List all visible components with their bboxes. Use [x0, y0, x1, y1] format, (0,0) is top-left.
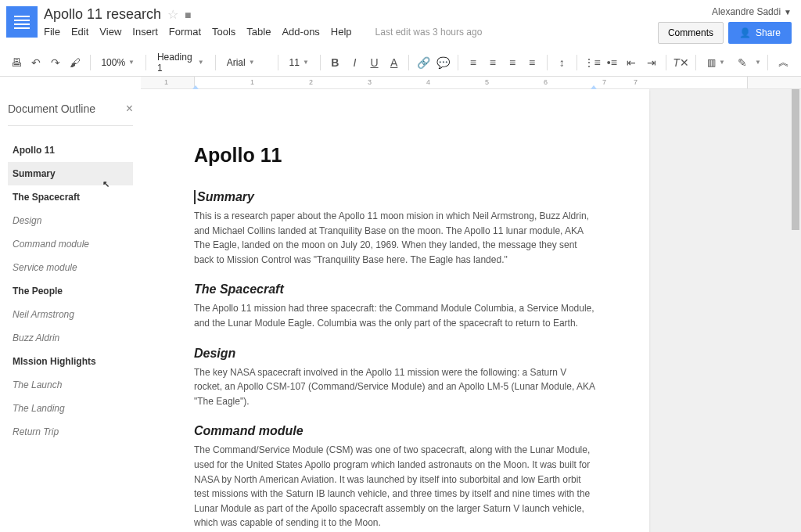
- menu-edit[interactable]: Edit: [71, 26, 88, 38]
- redo-icon[interactable]: ↷: [47, 53, 63, 72]
- user-dropdown-icon[interactable]: ▼: [784, 8, 792, 16]
- section-body[interactable]: The key NASA spacecraft involved in the …: [194, 365, 596, 409]
- bold-icon[interactable]: B: [327, 53, 343, 72]
- ruler[interactable]: 1 1 2 3 4 5 6 7 7: [141, 77, 801, 89]
- outline-title: Document Outline: [8, 102, 95, 115]
- menu-file[interactable]: File: [44, 26, 60, 38]
- outline-item[interactable]: Design: [8, 209, 133, 232]
- paint-format-icon[interactable]: 🖌: [66, 53, 83, 72]
- scrollbar-thumb[interactable]: [792, 89, 799, 230]
- menu-bar: File Edit View Insert Format Tools Table…: [44, 26, 658, 38]
- folder-icon[interactable]: ■: [185, 9, 191, 21]
- section-heading[interactable]: Command module: [194, 424, 596, 438]
- italic-icon[interactable]: I: [347, 53, 363, 72]
- menu-insert[interactable]: Insert: [132, 26, 158, 38]
- align-right-icon[interactable]: ≡: [504, 53, 520, 72]
- outline-item[interactable]: Command module: [8, 232, 133, 256]
- outline-item[interactable]: The Launch: [8, 373, 133, 397]
- menu-addons[interactable]: Add-ons: [282, 26, 319, 38]
- undo-icon[interactable]: ↶: [27, 53, 44, 72]
- docs-logo[interactable]: [6, 6, 38, 38]
- text-color-icon[interactable]: A: [386, 53, 402, 72]
- page[interactable]: Apollo 11 SummaryThis is a research pape…: [141, 89, 649, 532]
- section-body[interactable]: This is a research paper about the Apoll…: [194, 209, 596, 267]
- numbered-list-icon[interactable]: ⋮≡: [584, 53, 601, 72]
- outline-item[interactable]: Return Trip: [8, 420, 133, 444]
- clear-format-icon[interactable]: T✕: [673, 53, 689, 72]
- underline-icon[interactable]: U: [366, 53, 383, 72]
- star-icon[interactable]: ☆: [167, 7, 178, 22]
- print-icon[interactable]: 🖶: [8, 53, 24, 72]
- menu-tools[interactable]: Tools: [212, 26, 235, 38]
- outline-item[interactable]: The Landing: [8, 397, 133, 420]
- outline-item[interactable]: Summary↖: [8, 162, 133, 185]
- page-title[interactable]: Apollo 11: [194, 144, 596, 167]
- share-label: Share: [756, 27, 781, 38]
- fontsize-select[interactable]: 11▼: [285, 56, 314, 70]
- outline-item[interactable]: Neil Armstrong: [8, 303, 133, 326]
- last-edit-text: Last edit was 3 hours ago: [375, 27, 483, 38]
- input-tools-icon[interactable]: ▥▼: [702, 56, 730, 70]
- collapse-toolbar-icon[interactable]: ︽: [774, 53, 793, 72]
- section-heading[interactable]: The Spacecraft: [194, 282, 596, 297]
- zoom-select[interactable]: 100%▼: [96, 56, 139, 70]
- align-center-icon[interactable]: ≡: [484, 53, 501, 72]
- section-body[interactable]: The Command/Service Module (CSM) was one…: [194, 443, 596, 530]
- comments-button[interactable]: Comments: [658, 22, 724, 44]
- outline-item[interactable]: Buzz Aldrin: [8, 326, 133, 350]
- outline-item[interactable]: Apollo 11: [8, 138, 133, 162]
- section-body[interactable]: The Apollo 11 mission had three spacecra…: [194, 301, 596, 330]
- style-select[interactable]: Heading 1▼: [153, 50, 209, 75]
- outline-item[interactable]: Service module: [8, 256, 133, 279]
- app-header: Apollo 11 research ☆ ■ File Edit View In…: [0, 0, 801, 44]
- align-left-icon[interactable]: ≡: [465, 53, 481, 72]
- menu-table[interactable]: Table: [246, 26, 271, 38]
- comment-icon[interactable]: 💬: [435, 53, 451, 72]
- line-spacing-icon[interactable]: ↕: [554, 53, 570, 72]
- menu-view[interactable]: View: [99, 26, 121, 38]
- editing-mode-caret[interactable]: ▼: [755, 59, 761, 66]
- outline-sidebar: Document Outline × Apollo 11Summary↖The …: [0, 89, 141, 532]
- editing-mode-icon[interactable]: ✎: [733, 53, 752, 72]
- close-icon[interactable]: ×: [126, 102, 133, 116]
- link-icon[interactable]: 🔗: [415, 53, 432, 72]
- share-icon: 👤: [739, 27, 751, 38]
- toolbar: 🖶 ↶ ↷ 🖌 100%▼ Heading 1▼ Arial▼ 11▼ B I …: [0, 49, 801, 77]
- outdent-icon[interactable]: ⇤: [623, 53, 640, 72]
- section-heading[interactable]: Summary: [194, 190, 596, 204]
- document-title[interactable]: Apollo 11 research: [44, 6, 161, 23]
- share-button[interactable]: 👤 Share: [728, 22, 792, 44]
- user-name[interactable]: Alexandre Saddi: [712, 6, 781, 17]
- menu-format[interactable]: Format: [169, 26, 201, 38]
- menu-help[interactable]: Help: [331, 26, 352, 38]
- outline-item[interactable]: MIssion Highlights: [8, 350, 133, 373]
- outline-item[interactable]: The Spacecraft: [8, 185, 133, 209]
- font-select[interactable]: Arial▼: [222, 56, 271, 70]
- align-justify-icon[interactable]: ≡: [524, 53, 541, 72]
- indent-icon[interactable]: ⇥: [643, 53, 659, 72]
- outline-item[interactable]: The People: [8, 279, 133, 303]
- section-heading[interactable]: Design: [194, 347, 596, 361]
- document-canvas[interactable]: Apollo 11 SummaryThis is a research pape…: [141, 89, 801, 532]
- bulleted-list-icon[interactable]: •≡: [604, 53, 620, 72]
